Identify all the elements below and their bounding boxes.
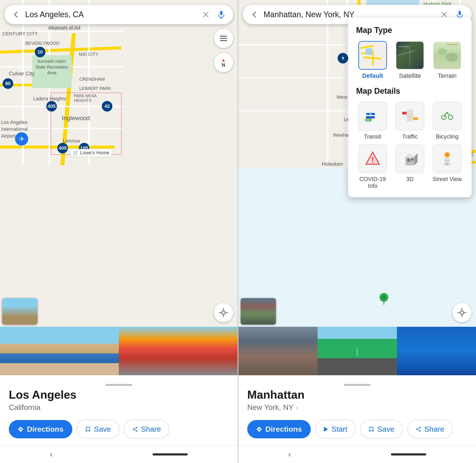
map-type-default[interactable]: Default [356,41,389,79]
svg-rect-33 [413,117,418,120]
bookmark-icon [85,426,91,432]
directions-icon [18,426,24,432]
park-marker[interactable]: 🌲 [377,292,390,307]
detail-street-view[interactable]: Street View [431,144,464,189]
ny-close-icon [441,11,448,18]
la-clear-button[interactable] [200,9,212,20]
location-icon [219,308,228,318]
boundary-3 [121,93,122,154]
covid-icon: ! [364,150,381,168]
ny-park-img [317,327,397,375]
ny-road-h1 [238,44,366,45]
la-photo-1[interactable] [0,327,119,375]
ny-share-icon [416,426,421,432]
svg-text:!: ! [371,155,374,164]
la-mic-button[interactable] [216,9,227,20]
default-thumb [358,41,387,70]
ny-nav-back[interactable]: ‹ [289,450,291,459]
transit-icon: M [364,107,381,125]
thumbnail-img [2,298,37,325]
la-beach-img [0,327,119,375]
la-photos-strip [0,327,238,375]
mic-icon [218,11,225,18]
la-directions-button[interactable]: Directions [9,420,72,438]
lowes-label[interactable]: 🛒 Lowe's Home [71,149,112,157]
ny-photo-1[interactable] [238,327,317,375]
detail-covid[interactable]: ! COVID-19Info [356,144,389,189]
map-photo-thumbnail[interactable] [2,298,37,325]
svg-line-67 [418,428,419,429]
terrain-thumb [433,41,461,70]
share-icon [132,426,138,432]
la-label-culver: Culver City [9,71,35,77]
ny-photo-2[interactable] [317,327,397,375]
street-view-icon [438,150,456,168]
la-label-closed: Temporarily closed [47,27,80,31]
transit-label: Transit [364,133,381,140]
svg-rect-2 [220,40,227,41]
detail-bicycling[interactable]: Bicycling [431,102,464,140]
detail-traffic[interactable]: Traffic [393,102,426,140]
ny-map[interactable]: Hudson Park Palisades Park Ridgefield No… [238,0,476,327]
ny-share-button[interactable]: Share [407,419,453,439]
la-label-inglewood: Inglewood [62,115,90,122]
compass-display: ▲ N [221,58,226,67]
ny-liberty-img [397,327,476,375]
ny-directions-button[interactable]: Directions [247,420,311,438]
la-label-midcity: MID CITY [79,52,98,57]
map-type-panel: Map Type Default [348,18,472,197]
map-details-title: Map Details [356,86,464,96]
la-home-indicator[interactable] [152,453,188,455]
map-type-terrain[interactable]: Terrain [431,41,464,79]
la-nav-back[interactable]: ‹ [50,450,53,459]
la-search-input[interactable] [25,10,196,19]
ny-map-photo-thumbnail[interactable] [241,298,276,325]
layers-button[interactable] [214,29,233,48]
la-map[interactable]: CENTURY CITY BEVERLYWOOD Culver City Ken… [0,0,238,327]
la-photo-2[interactable] [119,327,238,375]
airport-icon[interactable]: ✈ [15,132,28,145]
svg-point-37 [446,112,448,114]
la-share-button[interactable]: Share [124,419,169,439]
la-label-lennox: Lennox [63,138,80,144]
fountain-stream [357,348,358,356]
map-type-satellite[interactable]: Satellite [393,41,426,79]
ny-street-img [238,327,317,375]
ny-back-button[interactable] [249,9,260,20]
svg-rect-46 [411,158,414,160]
map-type-title: Map Type [356,26,464,35]
badge-90: 90 [3,78,13,89]
ny-thumbnail-img [241,298,276,325]
la-save-button[interactable]: Save [77,419,119,439]
traffic-thumb [396,102,424,131]
svg-text:M: M [369,113,371,116]
ny-start-button[interactable]: Start [315,419,356,439]
la-location-button[interactable] [214,303,233,322]
la-back-button[interactable] [11,9,21,20]
badge-405-3: 405 [57,143,68,153]
la-city-img [119,327,238,375]
svg-point-14 [133,429,134,430]
svg-point-53 [460,311,464,314]
start-icon [324,426,328,432]
traffic-label: Traffic [402,133,418,140]
ny-road-v1 [326,0,328,168]
detail-transit[interactable]: M Transit [356,102,389,140]
compass-arrow: ▲ [221,58,226,62]
ny-photo-3[interactable] [397,327,476,375]
svg-rect-10 [220,11,223,15]
manhattan-screen: Hudson Park Palisades Park Ridgefield No… [238,0,476,463]
ny-actions: Directions Start Save [247,419,467,439]
default-thumb-img [359,42,386,69]
svg-point-64 [419,427,421,428]
ny-location-button[interactable] [452,303,472,322]
ny-save-button[interactable]: Save [360,419,403,439]
ny-start-label: Start [331,425,347,434]
detail-3d[interactable]: 3D [393,144,426,189]
compass-button[interactable]: ▲ N [214,53,233,72]
thumb-road-v [372,51,373,66]
road-vert-3 [88,0,90,165]
transit-thumb: M [358,102,387,131]
svg-point-52 [445,164,449,165]
ny-home-indicator[interactable] [391,453,426,455]
